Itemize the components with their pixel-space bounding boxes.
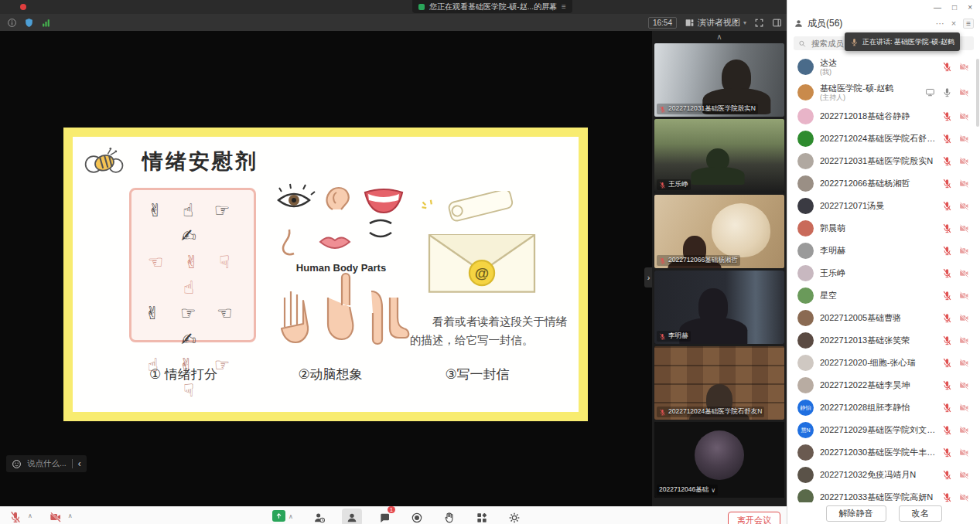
mic-off-icon[interactable] — [942, 268, 952, 278]
member-row[interactable]: 静怡 2022712028组胚李静怡 — [787, 396, 977, 419]
meeting-info-icon[interactable] — [7, 18, 17, 28]
camera-off-icon[interactable] — [959, 156, 969, 166]
camera-options-chevron[interactable]: ∧ — [68, 512, 73, 519]
mic-off-icon[interactable] — [942, 246, 952, 256]
close-window-button[interactable]: × — [968, 3, 972, 12]
share-screen-button[interactable]: ∧ — [272, 510, 293, 522]
mic-off-icon[interactable] — [942, 470, 952, 480]
member-row[interactable]: 2022712020-细胞-张心瑞 — [787, 352, 977, 374]
member-row[interactable]: 2022712030基础医学院牛丰芳N — [787, 441, 977, 464]
mic-off-icon[interactable] — [942, 335, 952, 345]
member-row[interactable]: 星空 — [787, 284, 977, 307]
member-row[interactable]: 2022712031基础医学院殷实N — [787, 150, 977, 172]
camera-off-button[interactable] — [50, 511, 62, 523]
security-shield-icon[interactable] — [24, 18, 34, 28]
panel-menu-icon[interactable]: ≡ — [963, 19, 974, 29]
video-thumbnail[interactable]: 王乐峥 — [654, 119, 784, 192]
member-row[interactable]: 郭晨萌 — [787, 217, 977, 240]
mic-off-icon[interactable] — [942, 201, 952, 211]
video-thumbnail[interactable]: 2022712024基础医学院石舒友N — [654, 346, 784, 420]
member-row[interactable]: 慧N 2022712029基础医学院刘文慧N — [787, 419, 977, 441]
network-signal-icon[interactable] — [41, 18, 51, 28]
minimize-button[interactable]: — — [934, 3, 941, 12]
side-panel-icon[interactable] — [772, 18, 782, 28]
camera-off-icon[interactable] — [959, 179, 969, 189]
mic-off-icon[interactable] — [942, 179, 952, 189]
unmute-button[interactable]: 解除静音 — [826, 505, 886, 522]
rename-button[interactable]: 改名 — [899, 505, 942, 522]
mic-off-button[interactable] — [9, 511, 22, 523]
banner-menu-icon[interactable]: ≡ — [562, 2, 566, 11]
mic-off-icon[interactable] — [942, 447, 952, 458]
camera-off-icon[interactable] — [959, 403, 969, 413]
member-row[interactable]: 2022712033基础医学院高妍N — [787, 486, 977, 502]
member-row[interactable]: 2022712024基础医学院石舒友N — [787, 128, 977, 150]
camera-off-icon[interactable] — [959, 358, 969, 368]
close-panel-icon[interactable]: × — [951, 19, 956, 28]
fullscreen-icon[interactable] — [754, 18, 764, 28]
video-thumbnail[interactable]: 2022712046基础 ∨ — [654, 422, 784, 498]
mic-off-icon[interactable] — [942, 291, 952, 301]
camera-off-icon[interactable] — [959, 313, 969, 323]
mic-on-icon[interactable] — [942, 87, 952, 97]
mic-off-icon[interactable] — [942, 425, 952, 435]
member-row[interactable]: 2022712018基础谷静静 — [787, 105, 977, 128]
mic-off-icon[interactable] — [942, 156, 952, 166]
camera-off-icon[interactable] — [959, 335, 969, 345]
settings-button[interactable] — [508, 510, 521, 524]
member-row[interactable]: 李明赫 — [787, 240, 977, 262]
view-mode-switcher[interactable]: 演讲者视图 ▾ — [685, 17, 746, 29]
camera-off-icon[interactable] — [959, 380, 969, 390]
member-row[interactable]: 2022712071汤曼 — [787, 195, 977, 217]
camera-off-icon[interactable] — [959, 111, 969, 121]
record-button[interactable] — [411, 510, 423, 524]
scrollbar-thumb[interactable] — [976, 59, 979, 127]
manage-members-button[interactable] — [313, 510, 326, 524]
member-row[interactable]: 2022712066基础杨湘哲 — [787, 172, 977, 195]
chat-placeholder[interactable]: 说点什么... — [27, 458, 67, 469]
member-row-host[interactable]: 基础医学院-硕-赵鹤(主持人) — [787, 80, 977, 105]
chevron-left-icon[interactable]: ‹ — [78, 458, 81, 469]
mic-off-icon[interactable] — [942, 134, 952, 144]
video-thumbnail[interactable]: 李明赫 — [654, 271, 784, 344]
share-banner[interactable]: 您正在观看基础医学院-硕-赵...的屏幕 ≡ — [412, 0, 572, 13]
member-row[interactable]: 王乐峥 — [787, 262, 977, 284]
mic-off-icon[interactable] — [942, 223, 952, 233]
share-options-chevron[interactable]: ∧ — [289, 513, 293, 520]
mic-off-icon[interactable] — [942, 492, 952, 502]
chat-button[interactable]: 1 — [378, 510, 391, 524]
camera-off-icon[interactable] — [959, 470, 969, 480]
camera-off-icon[interactable] — [959, 291, 969, 301]
member-row[interactable]: 2022712022基础李昊坤 — [787, 374, 977, 396]
more-options-icon[interactable]: ⋯ — [936, 19, 944, 29]
apps-button[interactable] — [476, 510, 488, 524]
camera-off-icon[interactable] — [959, 425, 969, 435]
members-button[interactable] — [342, 509, 362, 524]
chat-quick-input[interactable]: 说点什么... ‹ — [6, 455, 87, 472]
camera-off-icon[interactable] — [959, 268, 969, 278]
mic-off-icon[interactable] — [942, 403, 952, 413]
camera-off-icon[interactable] — [959, 134, 969, 144]
mic-off-icon[interactable] — [942, 62, 952, 72]
member-row[interactable]: 2022712013基础张笑荣 — [787, 329, 977, 352]
mic-options-chevron[interactable]: ∧ — [28, 512, 32, 519]
video-thumbnail[interactable]: 2022712031基础医学院殷实N — [654, 43, 784, 117]
camera-off-icon[interactable] — [959, 201, 969, 211]
member-row[interactable]: 2022712005基础曹骆 — [787, 307, 977, 329]
camera-off-icon[interactable] — [959, 492, 969, 502]
mic-off-icon[interactable] — [942, 380, 952, 390]
member-row[interactable]: 2022712032免疫冯靖月N — [787, 464, 977, 486]
member-list[interactable]: 达达(我) 基础医学院-硕-赵鹤(主持人) 2022712018基础谷静静 20… — [787, 54, 977, 502]
mic-off-icon[interactable] — [942, 313, 952, 323]
raise-hand-button[interactable] — [443, 510, 456, 524]
mic-off-icon[interactable] — [942, 358, 952, 368]
maximize-button[interactable]: □ — [952, 3, 957, 12]
chevron-down-icon[interactable]: ∨ — [711, 487, 715, 494]
camera-off-icon[interactable] — [959, 246, 969, 256]
emoji-smiley-icon[interactable] — [12, 459, 22, 469]
camera-off-icon[interactable] — [959, 62, 969, 72]
chevron-up-icon[interactable]: ∧ — [652, 31, 787, 43]
camera-off-icon[interactable] — [959, 87, 969, 97]
camera-off-icon[interactable] — [959, 223, 969, 233]
leave-meeting-button[interactable]: 离开会议 — [728, 512, 780, 524]
